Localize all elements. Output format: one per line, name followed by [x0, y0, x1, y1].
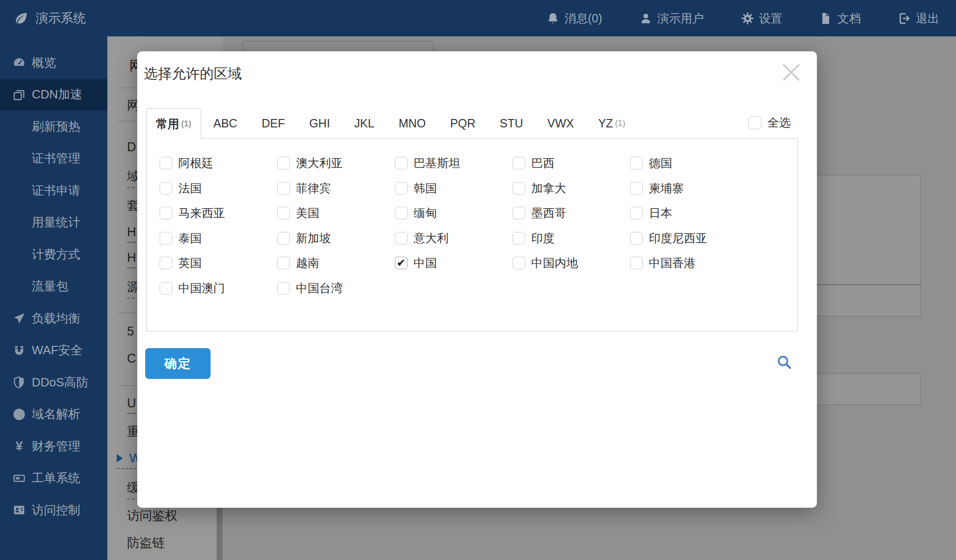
navbar-item-settings[interactable]: 设置 — [741, 11, 782, 26]
brand-label: 演示系统 — [35, 10, 86, 27]
sidebar-item-billing[interactable]: 计费方式 — [0, 238, 107, 271]
tab-common[interactable]: 常用(1) — [146, 108, 201, 139]
region-checkbox-china[interactable]: ✔中国 — [395, 251, 513, 276]
checkbox: ✔ — [277, 282, 290, 294]
checkbox: ✔ — [277, 257, 290, 269]
yen-icon: ¥ — [13, 440, 26, 453]
checkbox: ✔ — [395, 182, 408, 195]
checkbox: ✔ — [513, 232, 525, 245]
tab-def[interactable]: DEF — [249, 108, 297, 139]
checkbox: ✔ — [513, 182, 525, 195]
tab-ghi[interactable]: GHI — [297, 108, 342, 139]
region-checkbox-canada[interactable]: ✔加拿大 — [513, 176, 630, 201]
region-tab-bar: 常用(1) ABC DEF GHI JKL MNO PQR STU VWX YZ… — [146, 108, 637, 139]
tab-stu[interactable]: STU — [487, 108, 535, 139]
checkbox: ✔ — [160, 207, 172, 219]
navbar-item-docs[interactable]: 文档 — [820, 11, 861, 26]
leaf-logo-icon — [14, 11, 29, 26]
sidebar-item-traffic-pack[interactable]: 流量包 — [0, 271, 107, 303]
sidebar-item-waf[interactable]: WAF安全 — [0, 335, 107, 367]
navbar-right: 消息(0) 演示用户 设置 文档 退出 — [547, 11, 939, 26]
sign-out-icon — [898, 12, 911, 25]
sidebar-item-ddos[interactable]: DDoS高防 — [0, 366, 107, 399]
region-grid-panel: ✔阿根廷 ✔澳大利亚 ✔巴基斯坦 ✔巴西 ✔德国 ✔法国 ✔菲律宾 ✔韩国 ✔加… — [146, 138, 798, 331]
tab-pqr[interactable]: PQR — [438, 108, 487, 139]
sidebar-item-refresh-preheat[interactable]: 刷新预热 — [0, 111, 107, 143]
gauge-icon — [13, 56, 26, 69]
region-grid: ✔阿根廷 ✔澳大利亚 ✔巴基斯坦 ✔巴西 ✔德国 ✔法国 ✔菲律宾 ✔韩国 ✔加… — [147, 139, 797, 301]
region-checkbox-mexico[interactable]: ✔墨西哥 — [513, 201, 630, 226]
tab-jkl[interactable]: JKL — [342, 108, 387, 139]
confirm-button[interactable]: 确定 — [145, 348, 211, 379]
region-checkbox-japan[interactable]: ✔日本 — [630, 201, 748, 226]
region-checkbox-hongkong[interactable]: ✔中国香港 — [630, 251, 748, 276]
brand[interactable]: 演示系统 — [14, 10, 86, 27]
region-checkbox-malaysia[interactable]: ✔马来西亚 — [160, 201, 277, 226]
sidebar-item-dns[interactable]: 域名解析 — [0, 399, 107, 431]
region-checkbox-singapore[interactable]: ✔新加坡 — [277, 226, 395, 251]
region-checkbox-pakistan[interactable]: ✔巴基斯坦 — [395, 151, 513, 176]
sidebar-item-tickets[interactable]: 工单系统 — [0, 462, 107, 495]
tab-yz[interactable]: YZ(1) — [586, 108, 637, 139]
checkbox: ✔ — [277, 232, 290, 245]
region-checkbox-usa[interactable]: ✔美国 — [277, 201, 395, 226]
sidebar-item-cdn[interactable]: CDN加速 — [0, 79, 107, 111]
checkbox — [748, 116, 761, 129]
search-icon[interactable] — [777, 355, 793, 371]
region-checkbox-macau[interactable]: ✔中国澳门 — [160, 276, 277, 301]
navbar-item-messages[interactable]: 消息(0) — [547, 11, 602, 26]
checkbox: ✔ — [630, 257, 643, 269]
sidebar-item-overview[interactable]: 概览 — [0, 47, 107, 79]
top-navbar: 演示系统 消息(0) 演示用户 设置 文档 退出 — [0, 0, 956, 36]
sidebar-item-cert-apply[interactable]: 证书申请 — [0, 175, 107, 207]
region-select-modal: 选择允许的区域 常用(1) ABC DEF GHI JKL MNO PQR ST… — [137, 51, 817, 508]
region-checkbox-vietnam[interactable]: ✔越南 — [277, 251, 395, 276]
sidebar: 概览 CDN加速 刷新预热 证书管理 证书申请 用量统计 计费方式 流量包 负载… — [0, 0, 107, 560]
checkbox: ✔ — [513, 157, 525, 169]
region-checkbox-france[interactable]: ✔法国 — [160, 176, 277, 201]
sidebar-item-cert-manage[interactable]: 证书管理 — [0, 143, 107, 175]
ticket-icon — [13, 472, 26, 485]
region-checkbox-italy[interactable]: ✔意大利 — [395, 226, 513, 251]
navbar-item-label: 演示用户 — [657, 11, 704, 26]
navbar-item-logout[interactable]: 退出 — [898, 11, 939, 26]
region-checkbox-philippines[interactable]: ✔菲律宾 — [277, 176, 395, 201]
region-checkbox-india[interactable]: ✔印度 — [513, 226, 630, 251]
tab-abc[interactable]: ABC — [201, 108, 249, 139]
sidebar-item-load-balance[interactable]: 负载均衡 — [0, 302, 107, 335]
checkbox: ✔ — [277, 157, 290, 169]
region-checkbox-korea[interactable]: ✔韩国 — [395, 176, 513, 201]
sidebar-item-usage-stats[interactable]: 用量统计 — [0, 207, 107, 239]
checkbox: ✔ — [395, 207, 408, 219]
region-checkbox-brazil[interactable]: ✔巴西 — [513, 151, 630, 176]
navbar-item-user[interactable]: 演示用户 — [640, 11, 704, 26]
region-checkbox-uk[interactable]: ✔英国 — [160, 251, 277, 276]
region-checkbox-taiwan[interactable]: ✔中国台湾 — [277, 276, 395, 301]
paper-plane-icon — [13, 312, 26, 325]
region-checkbox-australia[interactable]: ✔澳大利亚 — [277, 151, 395, 176]
region-checkbox-myanmar[interactable]: ✔缅甸 — [395, 201, 513, 226]
checkbox: ✔ — [395, 232, 408, 245]
tab-vwx[interactable]: VWX — [535, 108, 586, 139]
checkbox: ✔ — [395, 257, 408, 269]
checkbox: ✔ — [395, 157, 408, 169]
tab-mno[interactable]: MNO — [387, 108, 438, 139]
region-checkbox-indonesia[interactable]: ✔印度尼西亚 — [630, 226, 748, 251]
region-checkbox-china-mainland[interactable]: ✔中国内地 — [513, 251, 630, 276]
modal-title: 选择允许的区域 — [144, 64, 242, 84]
checkbox: ✔ — [277, 207, 290, 219]
select-all-checkbox[interactable]: 全选 — [748, 115, 791, 130]
document-icon — [820, 12, 832, 25]
sidebar-item-access-control[interactable]: 访问控制 — [0, 494, 107, 526]
user-icon — [640, 12, 652, 25]
checkbox: ✔ — [277, 182, 290, 195]
region-checkbox-cambodia[interactable]: ✔柬埔寨 — [630, 176, 748, 201]
close-icon[interactable] — [780, 61, 803, 84]
sidebar-item-finance[interactable]: ¥ 财务管理 — [0, 430, 107, 462]
checkbox: ✔ — [160, 257, 172, 269]
gear-icon — [741, 12, 754, 25]
checkbox: ✔ — [630, 182, 643, 195]
region-checkbox-germany[interactable]: ✔德国 — [630, 151, 748, 176]
region-checkbox-thailand[interactable]: ✔泰国 — [160, 226, 277, 251]
region-checkbox-argentina[interactable]: ✔阿根廷 — [160, 151, 277, 176]
